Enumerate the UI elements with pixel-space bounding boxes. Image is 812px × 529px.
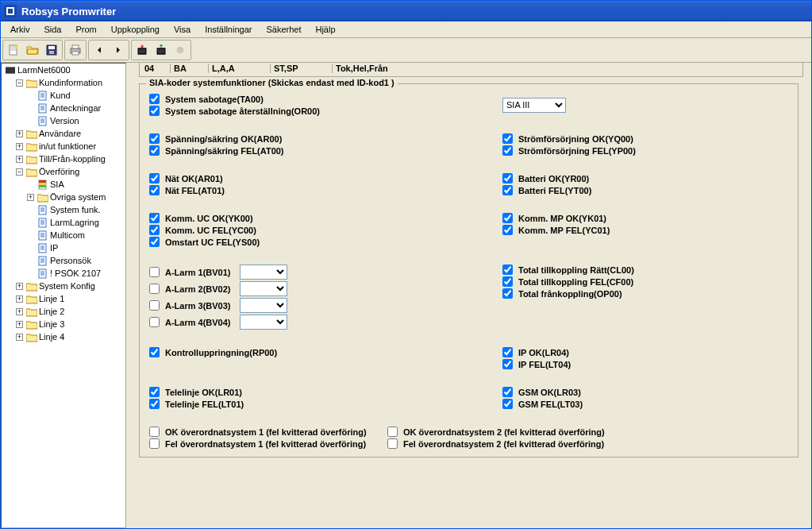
toolbar-open-button[interactable] [23, 41, 42, 59]
collapse-icon[interactable]: − [16, 168, 23, 176]
chk-alarm2-input[interactable] [149, 284, 160, 294]
toolbar-prev-button[interactable] [90, 41, 109, 59]
alarm4-select[interactable] [240, 315, 287, 330]
tree-overforing[interactable]: −Överföring [14, 165, 125, 178]
tree-larmlagring[interactable]: LarmLagring [25, 216, 125, 229]
chk-omstart-uc[interactable]: Omstart UC FEL(YS00) [149, 237, 502, 247]
chk-komm-uc-ok-input[interactable] [149, 213, 160, 223]
chk-span-fel[interactable]: Spänning/säkring FEL(AT00) [149, 145, 502, 156]
collapse-icon[interactable]: − [16, 79, 23, 87]
expand-icon[interactable]: + [16, 283, 23, 290]
chk-gsm-ok[interactable]: GSM OK(LR03) [502, 387, 788, 397]
toolbar-next-button[interactable] [109, 41, 128, 59]
chk-nat-fel[interactable]: Nät FEL(AT01) [149, 185, 502, 195]
tree-anteckningar[interactable]: Anteckningar [25, 102, 125, 114]
expand-icon[interactable]: + [27, 194, 34, 201]
tree-root[interactable]: LarmNet6000 [3, 64, 125, 76]
expand-icon[interactable]: + [16, 334, 23, 341]
menu-arkiv[interactable]: Arkiv [4, 23, 36, 36]
chk-alarm3-input[interactable] [149, 300, 160, 311]
chk-alarm4-input[interactable] [149, 317, 160, 327]
tree-sysfunk[interactable]: System funk. [25, 203, 125, 216]
toolbar-print-button[interactable] [66, 41, 85, 59]
chk-tot-ratt[interactable]: Total tillkoppling Rätt(CL00) [502, 264, 788, 275]
tree-ovriga[interactable]: +Övriga system [25, 191, 125, 203]
chk-nat-ok[interactable]: Nät OK(AR01) [149, 173, 502, 183]
tree-psok[interactable]: ! PSÖK 2107 [25, 267, 125, 280]
chk-ip-fel[interactable]: IP FEL(LT04) [502, 359, 788, 369]
expand-icon[interactable]: + [16, 156, 23, 163]
menu-uppkoppling[interactable]: Uppkoppling [105, 23, 166, 36]
chk-komm-uc-ok[interactable]: Komm. UC OK(YK00) [149, 213, 502, 223]
chk-strom-fel[interactable]: Strömförsörjning FEL(YP00) [502, 145, 788, 156]
tree-ip[interactable]: IP [25, 241, 125, 254]
menu-sakerhet[interactable]: Säkerhet [260, 23, 307, 36]
chk-alarm1[interactable]: A-Larm 1(BV01) [149, 264, 502, 280]
chk-ok-over2[interactable]: OK överordnatsystem 2 (fel kvitterad öve… [387, 427, 673, 437]
tree-inut[interactable]: +in/ut funktioner [14, 140, 125, 153]
chk-batt-ok-input[interactable] [502, 173, 513, 183]
expand-icon[interactable]: + [16, 308, 23, 315]
tree-linje3[interactable]: +Linje 3 [14, 318, 125, 330]
chk-ok-over1[interactable]: OK överordnatsystem 1 (fel kvitterad öve… [149, 427, 387, 437]
chk-tele-fel[interactable]: Telelinje FEL(LT01) [149, 399, 502, 409]
chk-tele-ok-input[interactable] [149, 387, 160, 397]
tree-linje2[interactable]: +Linje 2 [14, 305, 125, 318]
chk-komm-uc-fel[interactable]: Komm. UC FEL(YC00) [149, 225, 502, 235]
tree-kund[interactable]: Kund [25, 89, 125, 102]
expand-icon[interactable]: + [16, 143, 23, 150]
chk-nat-ok-input[interactable] [149, 173, 160, 183]
chk-gsm-ok-input[interactable] [502, 387, 513, 397]
chk-tot-fran[interactable]: Total frånkoppling(OP00) [502, 288, 788, 299]
tree-linje4[interactable]: +Linje 4 [14, 330, 125, 343]
chk-komm-mp-fel[interactable]: Komm. MP FEL(YC01) [502, 225, 788, 235]
chk-tot-fran-input[interactable] [502, 288, 513, 299]
chk-tele-ok[interactable]: Telelinje OK(LR01) [149, 387, 502, 397]
chk-tot-ratt-input[interactable] [502, 264, 513, 275]
chk-strom-ok-input[interactable] [502, 133, 513, 144]
chk-fel-over1[interactable]: Fel överordnatsystem 1 (fel kvitterad öv… [149, 438, 387, 449]
chk-batt-ok[interactable]: Batteri OK(YR00) [502, 173, 788, 183]
alarm2-select[interactable] [240, 281, 287, 296]
menu-sida[interactable]: Sida [37, 23, 67, 36]
chk-system-sabotage-rst-input[interactable] [149, 106, 160, 116]
chk-tele-fel-input[interactable] [149, 399, 160, 409]
expand-icon[interactable]: + [16, 130, 23, 137]
menu-installningar[interactable]: Inställningar [198, 23, 258, 36]
menu-hjalp[interactable]: Hjälp [309, 23, 341, 36]
chk-tot-fel-input[interactable] [502, 276, 513, 287]
tree-linje1[interactable]: +Linje 1 [14, 292, 125, 305]
tree-systemkonfig[interactable]: +System Konfig [14, 280, 125, 292]
chk-alarm4[interactable]: A-Larm 4(BV04) [149, 315, 502, 330]
chk-fel-over2[interactable]: Fel överordnatsystem 2 (fel kvitterad öv… [387, 438, 673, 449]
chk-system-sabotage-rst[interactable]: System sabotage återställning(OR00) [149, 106, 493, 116]
tree-version[interactable]: Version [25, 114, 125, 127]
toolbar-chip-upload-button[interactable] [152, 41, 171, 59]
tree-tillfran[interactable]: +Till/Från-koppling [14, 153, 125, 165]
chk-ip-ok[interactable]: IP OK(LR04) [502, 347, 788, 357]
nav-tree[interactable]: LarmNet6000 − Kundinformation Kund Ante [1, 63, 126, 528]
chk-ip-ok-input[interactable] [502, 347, 513, 357]
chk-system-sabotage[interactable]: System sabotage(TA00) [149, 94, 493, 104]
chk-ip-fel-input[interactable] [502, 359, 513, 369]
expand-icon[interactable]: + [16, 321, 23, 328]
chk-komm-mp-ok[interactable]: Komm. MP OK(YK01) [502, 213, 788, 223]
tree-personsok[interactable]: Personsök [25, 254, 125, 267]
expand-icon[interactable]: + [16, 295, 23, 303]
chk-omstart-uc-input[interactable] [149, 237, 160, 247]
chk-span-ok-input[interactable] [149, 133, 160, 144]
chk-system-sabotage-input[interactable] [149, 94, 160, 104]
tree-sia[interactable]: SIA [25, 178, 125, 191]
tree-anvandare[interactable]: +Användare [14, 127, 125, 140]
chk-kontroll-input[interactable] [149, 347, 160, 357]
chk-komm-mp-ok-input[interactable] [502, 213, 513, 223]
chk-span-ok[interactable]: Spänning/säkring OK(AR00) [149, 133, 502, 144]
toolbar-save-button[interactable] [42, 41, 61, 59]
chk-span-fel-input[interactable] [149, 145, 160, 156]
tree-multicom[interactable]: Multicom [25, 229, 125, 241]
chk-kontroll[interactable]: Kontrolluppringning(RP00) [149, 347, 502, 357]
chk-ok-over2-input[interactable] [387, 427, 398, 437]
tree-kundinformation[interactable]: − Kundinformation [14, 76, 125, 89]
chk-alarm2[interactable]: A-Larm 2(BV02) [149, 281, 502, 296]
toolbar-new-button[interactable] [4, 41, 23, 59]
